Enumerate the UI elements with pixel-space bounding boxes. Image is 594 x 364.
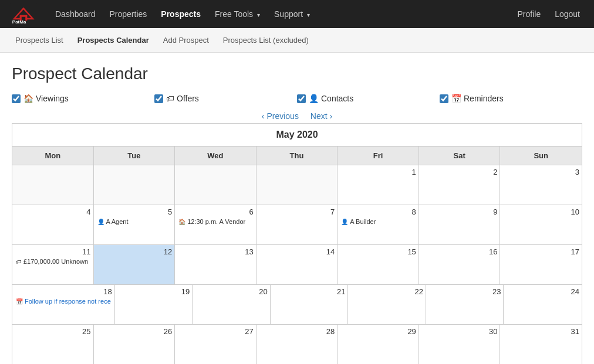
person-icon: 👤 bbox=[309, 94, 319, 103]
offers-icon: 🏷 bbox=[16, 258, 22, 265]
day-header-fri: Fri bbox=[338, 147, 419, 165]
list-item[interactable]: 📅 Follow up if response not rece bbox=[15, 297, 112, 305]
subnav-add-prospect[interactable]: Add Prospect bbox=[157, 31, 215, 49]
table-row: 14 bbox=[256, 245, 338, 285]
table-row: 10 bbox=[500, 205, 582, 245]
week-4: 18 📅 Follow up if response not rece 19 2… bbox=[12, 285, 582, 325]
table-row: 15 bbox=[338, 245, 419, 285]
list-item[interactable]: 🏷 £170,000.00 Unknown bbox=[15, 257, 91, 266]
week-5: 25 26 27 28 29 30 31 bbox=[12, 325, 582, 364]
calendar: May 2020 Mon Tue Wed Thu Fri Sat Sun 1 2… bbox=[12, 123, 582, 364]
nav-properties[interactable]: Properties bbox=[104, 6, 153, 22]
week-3: 11 🏷 £170,000.00 Unknown 12 13 14 15 16 … bbox=[12, 245, 582, 285]
bell-icon: 📅 bbox=[16, 298, 23, 305]
page-title: Prospect Calendar bbox=[12, 64, 582, 83]
calendar-day-headers: Mon Tue Wed Thu Fri Sat Sun bbox=[12, 147, 582, 165]
table-row: 3 bbox=[500, 165, 582, 205]
table-row: 9 bbox=[419, 205, 501, 245]
nav-logout[interactable]: Logout bbox=[550, 6, 585, 22]
filter-viewings: 🏠 Viewings bbox=[12, 94, 154, 103]
table-row: 5 👤 A Agent bbox=[94, 205, 176, 245]
table-row: 1 bbox=[338, 165, 419, 205]
table-row bbox=[12, 165, 94, 205]
nav-right: Profile Logout bbox=[512, 6, 585, 22]
offers-icon: 🏷 bbox=[166, 94, 174, 103]
house-icon: 🏠 bbox=[23, 94, 33, 103]
table-row: 7 bbox=[256, 205, 338, 245]
table-row: 26 bbox=[94, 325, 176, 364]
navbar: PatMa Dashboard Properties Prospects Fre… bbox=[0, 0, 594, 28]
reminders-checkbox[interactable] bbox=[440, 94, 448, 103]
reminders-label: 📅 Reminders bbox=[451, 94, 504, 103]
table-row: 11 🏷 £170,000.00 Unknown bbox=[12, 245, 94, 285]
house-icon: 🏠 bbox=[178, 219, 185, 225]
offers-checkbox[interactable] bbox=[154, 94, 163, 103]
filter-contacts: 👤 Contacts bbox=[297, 94, 440, 103]
subnav-prospects-calendar[interactable]: Prospects Calendar bbox=[72, 31, 155, 49]
nav-support[interactable]: Support ▾ bbox=[268, 6, 316, 22]
table-row: 20 bbox=[193, 285, 271, 325]
person-icon: 👤 bbox=[97, 219, 104, 225]
table-row: 22 bbox=[348, 285, 426, 325]
filter-offers: 🏷 Offers bbox=[154, 94, 297, 103]
subnav: Prospects List Prospects Calendar Add Pr… bbox=[0, 28, 594, 53]
table-row: 2 bbox=[419, 165, 501, 205]
table-row bbox=[94, 165, 176, 205]
table-row: 17 bbox=[500, 245, 582, 285]
day-header-tue: Tue bbox=[94, 147, 176, 165]
offers-label: 🏷 Offers bbox=[166, 94, 199, 103]
table-row: 19 bbox=[115, 285, 193, 325]
table-row: 27 bbox=[175, 325, 256, 364]
table-row: 31 bbox=[500, 325, 582, 364]
table-row: 16 bbox=[419, 245, 501, 285]
filter-row: 🏠 Viewings 🏷 Offers 👤 Contacts 📅 Reminde… bbox=[12, 94, 582, 103]
svg-text:PatMa: PatMa bbox=[12, 19, 26, 25]
table-row bbox=[256, 165, 338, 205]
table-row: 13 bbox=[175, 245, 256, 285]
table-row: 18 📅 Follow up if response not rece bbox=[12, 285, 115, 325]
table-row: 4 bbox=[12, 205, 94, 245]
filter-reminders: 📅 Reminders bbox=[440, 94, 582, 103]
nav-links: Dashboard Properties Prospects Free Tool… bbox=[49, 6, 512, 22]
nav-free-tools[interactable]: Free Tools ▾ bbox=[209, 6, 266, 22]
table-row: 12 bbox=[94, 245, 176, 285]
table-row: 28 bbox=[256, 325, 338, 364]
next-link-top[interactable]: Next › bbox=[310, 111, 332, 121]
contacts-label: 👤 Contacts bbox=[309, 94, 353, 103]
day-header-mon: Mon bbox=[12, 147, 94, 165]
bell-icon: 📅 bbox=[451, 94, 461, 103]
table-row: 24 bbox=[504, 285, 582, 325]
table-row: 23 bbox=[426, 285, 504, 325]
list-item[interactable]: 👤 A Builder bbox=[340, 217, 416, 226]
prev-link-top[interactable]: ‹ Previous bbox=[262, 111, 299, 121]
viewings-label: 🏠 Viewings bbox=[23, 94, 69, 103]
nav-prospects[interactable]: Prospects bbox=[155, 6, 207, 22]
calendar-month-header: May 2020 bbox=[12, 124, 582, 147]
table-row: 8 👤 A Builder bbox=[338, 205, 419, 245]
person-icon: 👤 bbox=[341, 219, 348, 225]
subnav-prospects-list[interactable]: Prospects List bbox=[9, 31, 69, 49]
table-row: 21 bbox=[271, 285, 349, 325]
nav-profile[interactable]: Profile bbox=[512, 6, 545, 22]
day-header-sun: Sun bbox=[500, 147, 582, 165]
list-item[interactable]: 🏠 12:30 p.m. A Vendor bbox=[177, 217, 254, 226]
logo[interactable]: PatMa bbox=[9, 4, 38, 25]
day-header-wed: Wed bbox=[175, 147, 256, 165]
day-header-thu: Thu bbox=[256, 147, 338, 165]
viewings-checkbox[interactable] bbox=[12, 94, 21, 103]
list-item[interactable]: 👤 A Agent bbox=[96, 217, 173, 226]
subnav-prospects-excluded[interactable]: Prospects List (excluded) bbox=[217, 31, 315, 49]
week-2: 4 5 👤 A Agent 6 🏠 12:30 p.m. A Vendor 7 … bbox=[12, 205, 582, 245]
page-content: Prospect Calendar 🏠 Viewings 🏷 Offers 👤 … bbox=[0, 53, 594, 364]
contacts-checkbox[interactable] bbox=[297, 94, 306, 103]
table-row: 25 bbox=[12, 325, 94, 364]
pagination-top: ‹ Previous Next › bbox=[12, 111, 582, 121]
table-row: 30 bbox=[419, 325, 501, 364]
table-row: 29 bbox=[338, 325, 419, 364]
nav-dashboard[interactable]: Dashboard bbox=[49, 6, 102, 22]
day-header-sat: Sat bbox=[419, 147, 501, 165]
table-row bbox=[175, 165, 256, 205]
table-row: 6 🏠 12:30 p.m. A Vendor bbox=[175, 205, 256, 245]
week-1: 1 2 3 bbox=[12, 165, 582, 205]
